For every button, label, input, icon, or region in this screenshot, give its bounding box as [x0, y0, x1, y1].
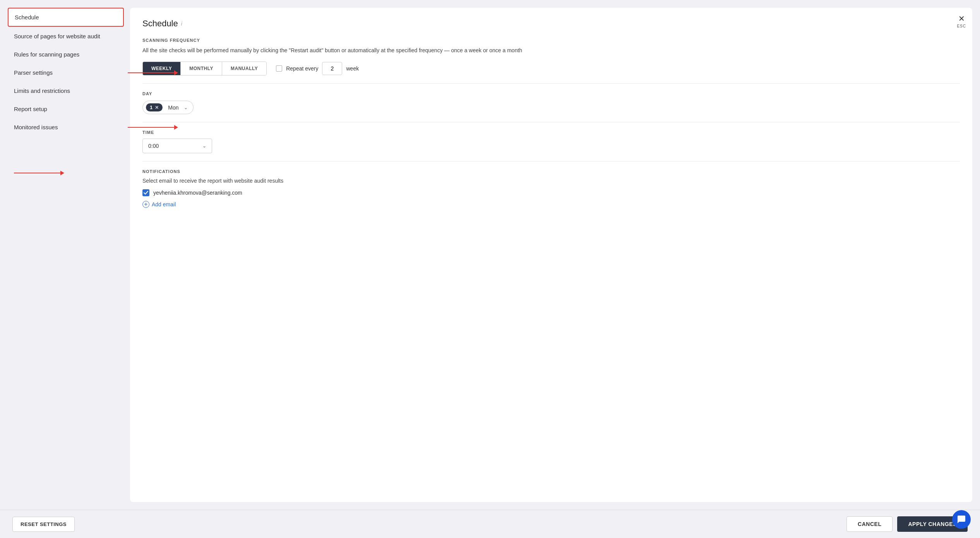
day-select-dropdown[interactable]: 1 ✕ Mon ⌄ [142, 101, 194, 114]
time-section-label: TIME [142, 130, 960, 135]
chat-button[interactable] [952, 510, 971, 529]
notifications-section-label: NOTIFICATIONS [142, 169, 960, 174]
sidebar-item-label: Schedule [15, 14, 39, 21]
email-checkbox[interactable] [142, 189, 149, 196]
sidebar-item-rules-scanning[interactable]: Rules for scanning pages [8, 46, 124, 63]
sidebar-item-schedule[interactable]: Schedule [8, 8, 124, 27]
divider-1 [142, 83, 960, 84]
repeat-row: Repeat every week [276, 62, 359, 75]
day-select-text: Mon [168, 105, 178, 111]
scanning-frequency-label: SCANNING FREQUENCY [142, 38, 960, 43]
scanning-frequency-section: SCANNING FREQUENCY All the site checks w… [142, 38, 960, 75]
close-button[interactable]: ✕ ESC [957, 14, 966, 28]
main-content: ✕ ESC Schedule i SCANNING FREQUENCY All … [130, 8, 972, 502]
arrow-parser [128, 70, 178, 75]
sidebar-item-limits[interactable]: Limits and restrictions [8, 82, 124, 99]
day-tag-remove[interactable]: ✕ [155, 105, 159, 110]
freq-monthly-button[interactable]: MONTHLY [181, 62, 222, 75]
footer: RESET SETTINGS CANCEL APPLY CHANGES [0, 510, 980, 538]
divider-2 [142, 122, 960, 122]
day-section-label: DAY [142, 91, 960, 96]
sidebar-item-monitored-issues[interactable]: Monitored issues [8, 118, 124, 136]
arrow-notifications [14, 171, 64, 175]
chat-icon [957, 515, 966, 524]
time-chevron-icon: ⌄ [202, 143, 206, 149]
chevron-down-icon: ⌄ [184, 105, 188, 110]
info-icon: i [181, 21, 182, 27]
sidebar-item-label: Report setup [14, 106, 47, 112]
sidebar-item-label: Monitored issues [14, 124, 58, 130]
sidebar-item-report-setup[interactable]: Report setup [8, 100, 124, 118]
notifications-section: NOTIFICATIONS Select email to receive th… [142, 169, 960, 208]
repeat-every-label: Repeat every [286, 65, 318, 72]
add-email-label: Add email [152, 201, 176, 207]
day-tag: 1 ✕ [146, 103, 163, 111]
time-select-dropdown[interactable]: 0:00 ⌄ [142, 139, 212, 153]
sidebar-item-label: Limits and restrictions [14, 87, 70, 94]
email-address: yevheniia.khromova@seranking.com [153, 190, 242, 196]
email-row: yevheniia.khromova@seranking.com [142, 189, 960, 196]
time-section: TIME 0:00 ⌄ [142, 130, 960, 153]
sidebar-item-parser-settings[interactable]: Parser settings [8, 64, 124, 81]
time-value: 0:00 [148, 143, 159, 149]
day-tag-count: 1 [150, 105, 152, 110]
sidebar-item-label: Rules for scanning pages [14, 51, 79, 58]
footer-right: CANCEL APPLY CHANGES [846, 516, 968, 532]
scanning-frequency-desc: All the site checks will be performed ma… [142, 46, 960, 55]
page-title: Schedule i [142, 19, 960, 29]
add-email-icon: + [142, 201, 149, 208]
repeat-value-input[interactable] [322, 62, 342, 75]
day-section: DAY 1 ✕ Mon ⌄ [142, 91, 960, 114]
sidebar-item-source-pages[interactable]: Source of pages for website audit [8, 27, 124, 45]
repeat-unit-label: week [346, 65, 359, 72]
cancel-button[interactable]: CANCEL [846, 516, 893, 532]
repeat-checkbox[interactable] [276, 65, 282, 72]
sidebar-item-label: Source of pages for website audit [14, 33, 100, 39]
add-email-button[interactable]: + Add email [142, 201, 176, 208]
notifications-description: Select email to receive the report with … [142, 178, 960, 184]
sidebar: Schedule Source of pages for website aud… [8, 8, 124, 502]
freq-manually-button[interactable]: MANUALLY [222, 62, 266, 75]
arrow-monitored [128, 125, 178, 130]
close-icon: ✕ [958, 14, 965, 23]
sidebar-item-label: Parser settings [14, 69, 53, 76]
esc-label: ESC [957, 24, 966, 28]
reset-settings-button[interactable]: RESET SETTINGS [12, 517, 75, 532]
frequency-row: WEEKLY MONTHLY MANUALLY Repeat every wee… [142, 62, 960, 75]
divider-3 [142, 161, 960, 161]
